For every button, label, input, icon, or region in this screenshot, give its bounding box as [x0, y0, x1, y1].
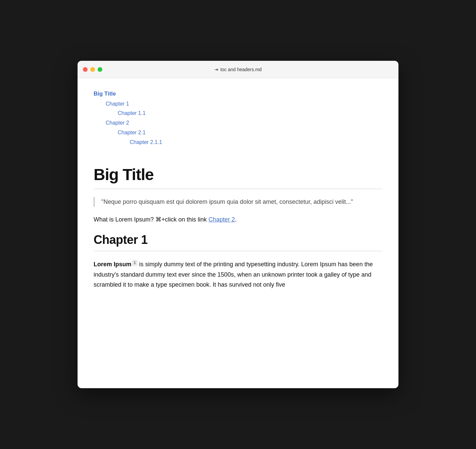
intro-period: . — [235, 216, 237, 223]
blockquote-text: "Neque porro quisquam est qui dolorem ip… — [101, 197, 382, 207]
toc-item-chapter-1-1[interactable]: Chapter 1.1 — [118, 109, 382, 118]
document-body: Big Title "Neque porro quisquam est qui … — [94, 161, 382, 290]
divider-2 — [94, 251, 382, 251]
minimize-button[interactable] — [90, 67, 95, 72]
chapter1-heading: Chapter 1 — [94, 233, 382, 247]
window-title-area: ⇥ toc and headers.md — [214, 67, 262, 72]
toc-item-chapter-2[interactable]: Chapter 2 — [106, 118, 382, 128]
toc-item-chapter-1[interactable]: Chapter 1 — [106, 99, 382, 109]
app-window: ⇥ toc and headers.md Big Title Chapter 1… — [78, 61, 398, 388]
window-title: toc and headers.md — [220, 67, 262, 72]
table-of-contents: Big Title Chapter 1 Chapter 1.1 Chapter … — [94, 89, 382, 147]
lorem-bold: Lorem Ipsum — [94, 261, 131, 268]
lorem-paragraph: Lorem Ipsum1 is simply dummy text of the… — [94, 259, 382, 290]
toc-item-chapter-2-1[interactable]: Chapter 2.1 — [118, 128, 382, 138]
footnote-ref-1[interactable]: 1 — [132, 260, 137, 266]
intro-text: What is Lorem Ipsum? ⌘+click on this lin… — [94, 216, 209, 223]
toc-item-big-title[interactable]: Big Title — [94, 89, 382, 99]
maximize-button[interactable] — [98, 67, 102, 72]
document-h1: Big Title — [94, 166, 382, 184]
titlebar: ⇥ toc and headers.md — [78, 61, 398, 78]
chapter2-link[interactable]: Chapter 2 — [209, 216, 235, 223]
toc-item-chapter-2-1-1[interactable]: Chapter 2.1.1 — [130, 138, 382, 147]
document-content: Big Title Chapter 1 Chapter 1.1 Chapter … — [78, 78, 398, 301]
blockquote: "Neque porro quisquam est qui dolorem ip… — [94, 197, 382, 207]
intro-paragraph: What is Lorem Ipsum? ⌘+click on this lin… — [94, 215, 382, 224]
close-button[interactable] — [83, 67, 88, 72]
file-icon: ⇥ — [214, 67, 218, 72]
divider-1 — [94, 189, 382, 189]
traffic-lights — [83, 67, 102, 72]
